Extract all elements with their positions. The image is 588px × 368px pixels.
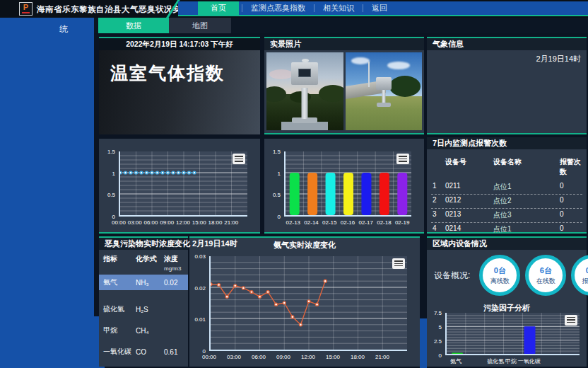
x-axis-label: 18:00	[351, 354, 365, 360]
x-axis-label: 氨气	[450, 357, 461, 365]
x-axis-label: 硫化氢	[487, 357, 504, 365]
x-axis-label: 02-14	[304, 219, 318, 226]
weather-panel: 气象信息 2月19日14时	[427, 37, 587, 134]
col-device-id: 设备号	[445, 157, 493, 177]
y-axis-label: 1	[278, 170, 281, 176]
x-axis-label: 02-17	[358, 219, 372, 226]
odor-row-ch4[interactable]: 甲烷CH₄	[99, 323, 188, 338]
x-axis-label: 21:00	[224, 219, 238, 226]
y-axis-label: 0.5	[273, 192, 281, 198]
weather-title: 气象信息	[427, 38, 587, 50]
odor-table-header: 指标 化学式 浓度 mg/m3	[99, 250, 188, 272]
y-axis-label: 0.01	[194, 316, 206, 323]
table-row: 10211点位10	[431, 180, 582, 195]
device-screen	[298, 69, 311, 77]
col-alarm-count: 报警次数	[560, 157, 582, 177]
tab-map[interactable]: 地图	[169, 18, 231, 33]
chart-menu-icon[interactable]	[233, 154, 245, 164]
y-axis-label: 1.5	[107, 149, 115, 155]
site-photo-2	[346, 52, 423, 130]
device-base	[377, 103, 391, 107]
x-axis-label: 00:00	[202, 354, 216, 360]
x-axis-label: 02-19	[395, 219, 409, 226]
photo-row	[266, 52, 422, 130]
odor-panel-title: 恶臭污染物实时浓度变化 2月19日14时	[99, 238, 188, 250]
x-axis-label: 00:00	[112, 219, 126, 226]
sidebar-system-label: 统	[59, 23, 68, 35]
x-axis-label: 03:00	[227, 354, 241, 360]
overview-label: 设备概况:	[434, 270, 470, 282]
y-axis-label: 0.02	[194, 284, 206, 291]
y-axis-label: 2.5	[434, 338, 442, 344]
daily-bars-panel: 00.511.5 02-1302-1402-1502-1602-1702-180…	[264, 139, 424, 234]
pole-shape	[368, 62, 370, 87]
odor-row-h2s[interactable]: 硫化氢H₂S	[99, 301, 188, 317]
devices-panel-title: 区域内设备情况	[427, 238, 587, 250]
y-axis-label: 1	[112, 170, 115, 176]
y-axis: 00.511.5	[269, 151, 283, 217]
live-photos-title: 实景照片	[264, 38, 424, 50]
ammonia-line-chart: 00.010.020.03 00:0003:0006:0009:0012:001…	[194, 252, 416, 364]
y-axis-label: 0	[439, 352, 442, 359]
x-axis-label: 02-18	[377, 219, 391, 226]
nav-item-home[interactable]: 首页	[198, 1, 239, 15]
x-axis-label: 06:00	[143, 219, 158, 226]
chart-plot	[445, 313, 580, 355]
x-axis: 00:0003:0006:0009:0012:0015:0018:0021:00	[119, 219, 247, 227]
site-photo-1	[266, 52, 343, 130]
alarm-count-circle: 0台 报警数	[571, 255, 588, 296]
y-axis: 02.557.5	[430, 313, 444, 355]
nav-item-knowledge[interactable]: 相关知识	[314, 1, 363, 15]
odor-row-co[interactable]: 一氧化碳CO0.61	[99, 344, 188, 360]
odor-table-panel: 恶臭污染物实时浓度变化 2月19日14时 指标 化学式 浓度 mg/m3 氨气N…	[99, 236, 188, 367]
live-photos-panel: 实景照片	[264, 37, 424, 134]
online-count-circle: 6台 在线数	[525, 255, 566, 296]
chart-plot	[284, 151, 411, 217]
current-datetime: 2022年2月19日 14:17:03 下午好	[99, 38, 260, 50]
x-axis-label: 09:00	[160, 219, 174, 226]
x-axis-label: 02-16	[341, 219, 355, 226]
weather-time: 2月19日14时	[536, 54, 581, 64]
cloud-shape	[387, 62, 410, 69]
x-axis-label: 02-15	[322, 219, 336, 226]
device-antenna	[302, 59, 309, 62]
x-axis-label: 12:00	[301, 354, 315, 360]
x-axis-label: 06:00	[252, 354, 266, 360]
greenhouse-title: 温室气体指数	[110, 62, 260, 85]
top-bar: P 海南省乐东黎族自治县大气恶臭状况实时发布系 首页 监测点恶臭指数 相关知识 …	[0, 0, 588, 18]
offline-count-circle: 0台 离线数	[479, 255, 520, 296]
x-axis-label: 21:00	[375, 354, 389, 360]
unit-label: mg/m3	[164, 265, 181, 272]
nav-item-odor-index[interactable]: 监测点恶臭指数	[242, 1, 314, 15]
x-axis: 氨气硫化氢甲烷一氧化碳	[445, 357, 580, 365]
x-axis-label: 03:00	[128, 219, 142, 226]
tab-bar: 数据 地图	[94, 18, 588, 33]
greenhouse-chart-panel: 00.511.5 00:0003:0006:0009:0012:0015:001…	[99, 139, 260, 234]
left-sidebar: 统	[0, 18, 94, 368]
chart-menu-icon[interactable]	[565, 315, 577, 326]
y-axis: 00.010.020.03	[194, 256, 208, 351]
greenhouse-index-panel: 2022年2月19日 14:17:03 下午好 温室气体指数	[99, 37, 260, 134]
factor-bar-chart: 02.557.5 氨气硫化氢甲烷一氧化碳	[430, 313, 582, 365]
tree-shape	[389, 76, 421, 97]
device-pole	[302, 88, 308, 119]
devices-panel: 区域内设备情况 设备概况: 0台 离线数 6台 在线数 0台 报警数 污染因子分…	[427, 236, 587, 367]
y-axis: 00.511.5	[103, 151, 117, 217]
table-header-row: 设备号 设备名称 报警次数	[431, 156, 582, 180]
background-gap	[420, 318, 427, 368]
x-axis-label: 12:00	[176, 219, 190, 226]
tab-data[interactable]: 数据	[98, 18, 169, 33]
table-row: 20212点位20	[431, 195, 582, 209]
odor-row-ammonia[interactable]: 氨气NH₃0.02	[99, 275, 188, 290]
x-axis-label: 甲烷	[505, 357, 517, 365]
nav-item-back[interactable]: 返回	[363, 1, 396, 15]
chart-menu-icon[interactable]	[396, 154, 409, 164]
x-axis-label: 18:00	[208, 219, 222, 226]
app-logo-icon: P	[19, 2, 33, 16]
x-axis-label: 09:00	[276, 354, 290, 360]
x-axis-label: 15:00	[326, 354, 340, 360]
dashboard-root: P 海南省乐东黎族自治县大气恶臭状况实时发布系 首页 监测点恶臭指数 相关知识 …	[0, 0, 588, 368]
cloud-shape	[351, 57, 370, 64]
chart-menu-icon[interactable]	[392, 258, 405, 269]
factor-chart-title: 污染因子分析	[427, 303, 587, 314]
